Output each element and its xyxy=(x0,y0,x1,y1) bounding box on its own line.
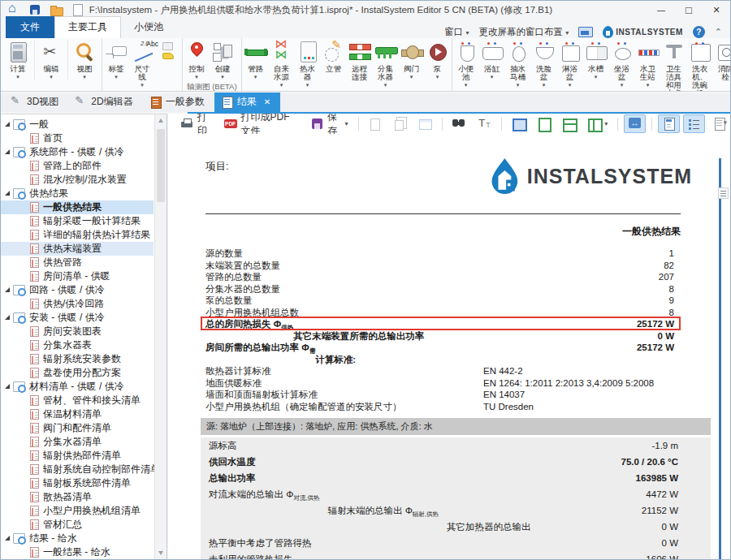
tree-group-row[interactable]: 结果 - 给水 xyxy=(1,532,154,545)
ribbon-button[interactable]: 泵▾ xyxy=(425,40,451,80)
ribbon-button[interactable]: 计算▾ xyxy=(2,40,34,80)
mini-table-icon[interactable] xyxy=(162,42,173,50)
doc-tab[interactable]: 2D编辑器 xyxy=(68,93,142,112)
tree-item[interactable]: 辐射供热部件清单 xyxy=(1,449,154,463)
ribbon-button[interactable]: Abc尺寸线▾ xyxy=(129,40,155,88)
close-tab-icon[interactable]: ✕ xyxy=(264,97,270,106)
tree-item[interactable]: 辐射系统自动控制部件清单 xyxy=(1,463,154,476)
help-icon[interactable]: ? xyxy=(693,26,705,38)
ribbon-button[interactable]: 抽水马桶▾ xyxy=(505,40,531,88)
ribbon-button[interactable]: 远程连接 xyxy=(347,40,373,81)
ribbon-button[interactable]: 小便池▾ xyxy=(453,40,479,88)
tree-group-row[interactable]: 安装 - 供暖 / 供冷 xyxy=(1,311,154,325)
tree-item[interactable]: 管路上的部件 xyxy=(1,159,154,173)
tree-item[interactable]: 管材汇总 xyxy=(1,518,154,532)
tree-group-row[interactable]: 供热结果 xyxy=(1,187,154,200)
font-button[interactable] xyxy=(474,114,495,133)
tree-item[interactable]: 供热末端装置 xyxy=(1,242,154,256)
report-scroll-button[interactable] xyxy=(718,187,729,199)
expander-icon[interactable] xyxy=(5,191,10,196)
window-menu[interactable]: 窗口 ▾ xyxy=(444,26,469,38)
ribbon-button[interactable]: 标签▾ xyxy=(103,40,129,80)
expander-icon[interactable] xyxy=(5,384,10,389)
tree-item[interactable]: 小型户用换热机组清单 xyxy=(1,504,154,518)
tree-item[interactable]: 保温材料清单 xyxy=(1,407,154,421)
tree-scrollbar[interactable] xyxy=(154,114,167,559)
expander-icon[interactable] xyxy=(5,287,10,292)
tree-group-row[interactable]: 回路 - 供暖 / 供冷 xyxy=(1,283,154,297)
ribbon-button[interactable]: 洗脸盆▾ xyxy=(531,40,557,88)
ribbon-button[interactable]: 管路▾ xyxy=(243,40,269,80)
tree-item[interactable]: 阀门和配件清单 xyxy=(1,421,154,435)
tree-item[interactable]: 供热管路 xyxy=(1,256,154,269)
doc-tab[interactable]: 3D视图 xyxy=(4,93,68,112)
ribbon-button[interactable]: 热水器▾ xyxy=(295,40,321,88)
ribbon-button[interactable]: 自来水源▾ xyxy=(269,40,295,88)
tree-item[interactable]: 首页 xyxy=(1,131,154,145)
ribbon-button[interactable]: 分集水器▾ xyxy=(373,40,399,88)
tree-item[interactable]: 管材、管件和接头清单 xyxy=(1,394,154,407)
tree-item[interactable]: 分集水器表 xyxy=(1,338,154,352)
tree-item[interactable]: 散热器清单 xyxy=(1,490,154,504)
expander-icon[interactable] xyxy=(5,149,10,154)
ribbon-button[interactable]: 编辑▾ xyxy=(34,40,67,80)
ribbon-button[interactable]: 消防栓 xyxy=(713,40,730,81)
tree-item[interactable]: 详细的辐射供热计算结果 xyxy=(1,228,154,242)
tree-item[interactable]: 盘卷使用分配方案 xyxy=(1,366,154,380)
ribbon-button[interactable]: 卫生洁具和用水点▾ xyxy=(661,40,687,92)
scrollbar-thumb[interactable] xyxy=(157,129,165,202)
ribbon-button[interactable] xyxy=(155,40,181,63)
screen-view-button[interactable] xyxy=(508,114,530,133)
ribbon-button[interactable]: 创建▾ xyxy=(210,40,236,80)
report-layout-button[interactable] xyxy=(658,114,680,133)
tree-group-row[interactable]: 材料清单 - 供暖 / 供冷 xyxy=(1,380,154,394)
expander-icon[interactable] xyxy=(5,315,10,320)
tree-item[interactable]: 混水/控制/混水装置 xyxy=(1,173,154,187)
scroll-up-icon[interactable] xyxy=(155,114,167,127)
ribbon-tab[interactable]: 小便池 xyxy=(121,17,176,38)
grid-view-button[interactable]: ▾ xyxy=(583,114,612,133)
ribbon-button[interactable]: 洗衣机、 洗碗机▾ xyxy=(687,40,713,92)
ribbon-button[interactable]: 阀门▾ xyxy=(399,40,425,80)
ribbon-button[interactable]: 淋浴盆▾ xyxy=(557,40,583,88)
expander-icon[interactable] xyxy=(5,122,10,127)
ribbon-button[interactable]: 视图▾ xyxy=(67,40,101,80)
tree-group-row[interactable]: 系统部件 - 供暖 / 供冷 xyxy=(1,145,154,159)
page-view-button[interactable] xyxy=(533,114,555,133)
doc-tab[interactable]: 结果✕ xyxy=(214,93,280,112)
maximize-button[interactable] xyxy=(675,1,703,19)
tree-item[interactable]: 分集水器清单 xyxy=(1,435,154,449)
minimize-button[interactable] xyxy=(647,1,675,19)
ribbon-button[interactable]: 坐浴盆▾ xyxy=(609,40,635,88)
ribbon-button[interactable]: 水卫生站▾ xyxy=(635,40,661,88)
mini-brush-icon[interactable] xyxy=(162,53,174,59)
toolbar-overflow-icon[interactable]: ▾ xyxy=(723,118,727,127)
ribbon-button[interactable]: 水槽▾ xyxy=(583,40,609,80)
tree-group-row[interactable]: 一般 xyxy=(1,118,154,131)
ribbon-button[interactable]: 立管 xyxy=(321,40,347,73)
split-view-button[interactable] xyxy=(558,114,580,133)
list-layout-button[interactable] xyxy=(683,114,705,133)
ribbon-tab[interactable]: 文件 xyxy=(6,16,54,38)
expander-icon[interactable] xyxy=(5,536,10,541)
ribbon-button[interactable]: 浴缸▾ xyxy=(479,40,505,80)
tree-item[interactable]: 供热/供冷回路 xyxy=(1,297,154,311)
tree-item[interactable]: 房间清单 - 供暖 xyxy=(1,269,154,283)
tree-item[interactable]: 辐射采暖一般计算结果 xyxy=(1,214,154,228)
collapse-ribbon-icon[interactable] xyxy=(715,27,722,37)
tree-item[interactable]: 辐射系统安装参数 xyxy=(1,352,154,366)
tree-item[interactable]: 房间安装图表 xyxy=(1,325,154,338)
tree-item[interactable]: 一般结果 - 给水 xyxy=(1,545,154,559)
monitor-icon[interactable] xyxy=(578,27,593,38)
close-button[interactable] xyxy=(703,1,730,19)
tree-item[interactable]: 辐射板系统部件清单 xyxy=(1,476,154,490)
screen-layout-menu[interactable]: 更改屏幕的窗口布置 ▾ xyxy=(479,26,569,38)
tree-item[interactable]: 一般供热结果 xyxy=(1,200,154,214)
ribbon-button[interactable]: 控制▾ xyxy=(184,40,210,80)
report-scrollbar[interactable] xyxy=(719,158,721,559)
scroll-down-icon[interactable] xyxy=(155,547,167,559)
binoculars-button[interactable] xyxy=(448,114,470,133)
doc-tab[interactable]: 一般参数 xyxy=(143,93,214,112)
fit-width-button[interactable] xyxy=(624,114,646,133)
ribbon-tab[interactable]: 主要工具 xyxy=(54,16,121,38)
